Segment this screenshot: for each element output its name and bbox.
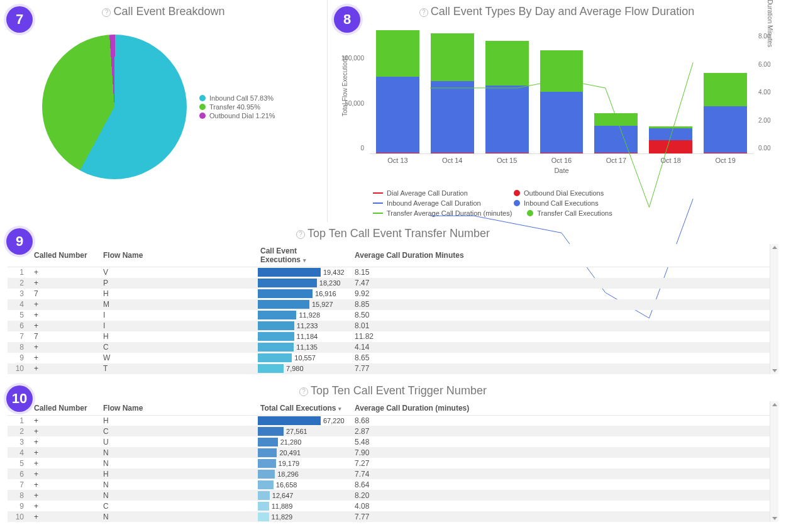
badge-8: 8	[334, 6, 360, 33]
scrollbar[interactable]	[770, 401, 778, 523]
x-tick-label: Oct 17	[594, 157, 638, 164]
bar-column	[376, 30, 419, 153]
bar-column	[704, 73, 747, 153]
column-header[interactable]: Called Number	[29, 244, 98, 267]
table-row[interactable]: 10+T7,9807.77	[8, 363, 770, 374]
column-header[interactable]: Average Call Duration (minutes)	[350, 401, 770, 416]
table-row[interactable]: 2+C27,5612.87	[8, 426, 770, 436]
legend-item[interactable]: Inbound Call 57.83%	[199, 94, 275, 102]
legend-item[interactable]: Transfer 40.95%	[199, 103, 275, 111]
legend-item[interactable]: Inbound Call Executions	[514, 199, 639, 207]
bar-column	[540, 50, 584, 153]
sort-indicator-icon: ▾	[338, 406, 341, 412]
top-ten-trigger-table: Called NumberFlow NameTotal Call Executi…	[8, 401, 770, 523]
panel-title: ?Top Ten Call Event Transfer Number	[8, 227, 778, 240]
table-row[interactable]: 4+N20,4917.90	[8, 447, 770, 458]
legend-item[interactable]: Inbound Average Call Duration	[373, 199, 499, 207]
help-icon[interactable]: ?	[419, 8, 428, 17]
table-row[interactable]: 9+C11,8894.08	[8, 501, 770, 511]
x-tick-label: Oct 13	[376, 157, 419, 164]
table-row[interactable]: 1+H67,2208.68	[8, 415, 770, 426]
bar-column	[649, 126, 692, 153]
help-icon[interactable]: ?	[102, 8, 111, 17]
badge-10: 10	[6, 385, 33, 412]
top-ten-transfer-table: Called NumberFlow NameCall Event Executi…	[8, 244, 770, 374]
panel-title: ?Top Ten Call Event Trigger Number	[8, 384, 778, 397]
table-row[interactable]: 77H11,18411.82	[8, 331, 770, 342]
sort-indicator-icon: ▾	[303, 257, 306, 263]
panel-call-event-types-by-day: 8 ?Call Event Types By Day and Average F…	[328, 0, 786, 222]
table-row[interactable]: 10+N11,8297.77	[8, 511, 770, 522]
legend-item[interactable]: Transfer Average Call Duration (minutes)	[373, 209, 512, 217]
x-axis-labels: Oct 13Oct 14Oct 15Oct 16Oct 17Oct 18Oct …	[370, 154, 753, 164]
table-row[interactable]: 2+P18,2307.47	[8, 278, 770, 289]
panel-top-ten-trigger: 10 ?Top Ten Call Event Trigger Number Ca…	[0, 379, 786, 528]
table-row[interactable]: 1+V19,4328.15	[8, 267, 770, 278]
combo-chart: Total Flow Executions Average Call Durat…	[335, 22, 778, 186]
table-row[interactable]: 5+N19,1797.27	[8, 458, 770, 468]
bar-column	[594, 113, 638, 153]
table-row[interactable]: 37H16,9169.92	[8, 289, 770, 299]
legend-item[interactable]: Outbound Dial 1.21%	[199, 112, 275, 119]
x-tick-label: Oct 15	[485, 157, 529, 164]
table-row[interactable]: 4+M15,9278.85	[8, 299, 770, 310]
panel-call-event-breakdown: 7 ?Call Event Breakdown Inbound Call 57.…	[0, 0, 327, 222]
pie-legend: Inbound Call 57.83%Transfer 40.95%Outbou…	[199, 93, 275, 121]
panel-title: ?Call Event Types By Day and Average Flo…	[335, 5, 778, 18]
badge-9: 9	[6, 228, 33, 255]
column-header[interactable]: Flow Name	[98, 244, 255, 267]
column-header[interactable]: Called Number	[29, 401, 98, 416]
x-tick-label: Oct 18	[649, 157, 692, 164]
table-row[interactable]: 6+I11,2338.01	[8, 321, 770, 331]
column-header[interactable]: Average Call Duration Minutes	[350, 244, 770, 267]
x-tick-label: Oct 19	[704, 157, 747, 164]
pie-chart	[42, 35, 187, 179]
legend-item[interactable]: Dial Average Call Duration	[373, 189, 499, 197]
table-row[interactable]: 8+N12,6478.20	[8, 490, 770, 501]
column-header[interactable]: Flow Name	[98, 401, 255, 416]
x-tick-label: Oct 16	[540, 157, 584, 164]
help-icon[interactable]: ?	[296, 230, 305, 239]
help-icon[interactable]: ?	[299, 387, 308, 396]
column-header[interactable]: Call Event Executions▾	[255, 244, 350, 267]
table-row[interactable]: 8+C11,1354.14	[8, 342, 770, 353]
table-row[interactable]: 7+N16,6588.64	[8, 479, 770, 490]
plot-area	[370, 28, 753, 154]
table-row[interactable]: 3+U21,2805.48	[8, 436, 770, 447]
legend-item[interactable]: Outbound Dial Executions	[514, 189, 639, 197]
combo-legend: Dial Average Call DurationOutbound Dial …	[335, 186, 778, 217]
table-row[interactable]: 9+W10,5578.65	[8, 353, 770, 363]
badge-7: 7	[6, 6, 33, 33]
y-axis-left: 050,000100,000	[335, 22, 367, 148]
table-row[interactable]: 6+H18,2967.74	[8, 468, 770, 479]
panel-title: ?Call Event Breakdown	[8, 5, 319, 18]
bar-column	[485, 41, 529, 153]
x-axis-label: Date	[370, 167, 753, 174]
x-tick-label: Oct 14	[431, 157, 474, 164]
bar-column	[431, 33, 474, 153]
legend-item[interactable]: Transfer Call Executions	[527, 209, 653, 217]
table-row[interactable]: 5+I11,9288.50	[8, 310, 770, 321]
scrollbar[interactable]	[770, 244, 778, 374]
column-header[interactable]: Total Call Executions▾	[255, 401, 350, 416]
y-axis-right: 0.002.004.006.008.00	[756, 22, 778, 148]
panel-top-ten-transfer: 9 ?Top Ten Call Event Transfer Number Ca…	[0, 222, 786, 379]
